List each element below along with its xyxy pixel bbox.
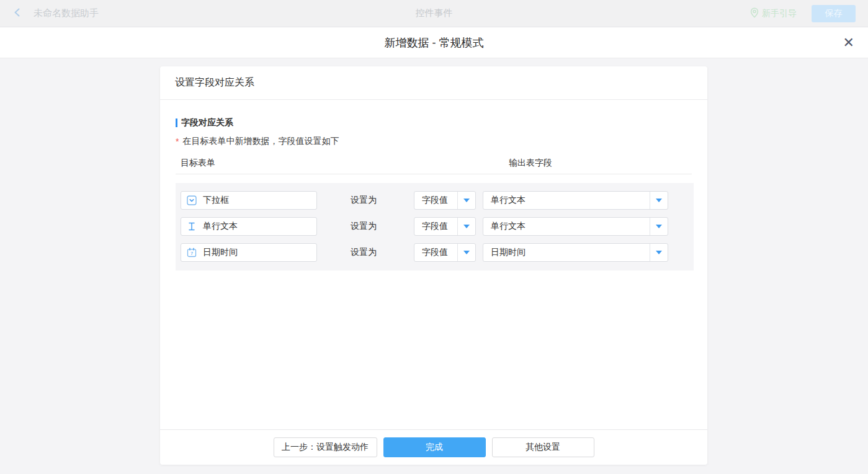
chevron-down-icon bbox=[463, 225, 470, 228]
value-type-select[interactable]: 字段值 bbox=[414, 191, 476, 210]
chevron-down-icon bbox=[463, 199, 470, 202]
mapping-row: 7 日期时间 设置为 字段值 日期时间 bbox=[181, 243, 694, 262]
save-button[interactable]: 保存 bbox=[812, 5, 856, 22]
chevron-down-icon bbox=[656, 251, 662, 254]
modal-header: 新增数据 - 常规模式 ✕ bbox=[0, 27, 868, 58]
column-header-target-form: 目标表单 bbox=[181, 158, 215, 169]
value-type-select[interactable]: 字段值 bbox=[414, 243, 476, 262]
target-field-label: 下拉框 bbox=[203, 195, 229, 206]
output-field-label: 单行文本 bbox=[483, 221, 650, 232]
divider bbox=[176, 174, 692, 174]
caret-zone bbox=[457, 244, 475, 261]
output-field-label: 日期时间 bbox=[483, 247, 650, 258]
column-header-output-field: 输出表字段 bbox=[509, 158, 552, 169]
value-type-label: 字段值 bbox=[414, 221, 457, 232]
column-headers: 目标表单 输出表字段 bbox=[176, 158, 692, 168]
relation-label: 设置为 bbox=[351, 195, 377, 206]
target-field-select[interactable]: 7 日期时间 bbox=[181, 243, 317, 262]
other-settings-button[interactable]: 其他设置 bbox=[492, 437, 594, 457]
output-field-select[interactable]: 单行文本 bbox=[483, 217, 668, 236]
caret-zone bbox=[650, 244, 668, 261]
text-field-icon bbox=[187, 221, 197, 231]
caret-zone bbox=[457, 192, 475, 209]
beginner-guide-label: 新手引导 bbox=[762, 8, 797, 19]
value-type-label: 字段值 bbox=[414, 247, 457, 258]
dropdown-field-icon bbox=[187, 195, 197, 205]
mapping-row: 下拉框 设置为 字段值 单行文本 bbox=[181, 191, 694, 210]
relation-label: 设置为 bbox=[351, 247, 377, 258]
chevron-left-icon bbox=[12, 7, 22, 19]
target-field-label: 日期时间 bbox=[203, 247, 238, 258]
card-header: 设置字段对应关系 bbox=[160, 66, 707, 100]
caret-zone bbox=[650, 192, 668, 209]
settings-card: 设置字段对应关系 字段对应关系 * 在目标表单中新增数据，字段值设置如下 目标表… bbox=[160, 66, 707, 465]
back-button[interactable] bbox=[12, 7, 22, 19]
target-field-select[interactable]: 单行文本 bbox=[181, 217, 317, 236]
card-content: 字段对应关系 * 在目标表单中新增数据，字段值设置如下 目标表单 输出表字段 bbox=[160, 100, 707, 429]
beginner-guide-link[interactable]: 新手引导 bbox=[750, 7, 797, 20]
caret-zone bbox=[457, 218, 475, 235]
mapping-row: 单行文本 设置为 字段值 单行文本 bbox=[181, 217, 694, 236]
chevron-down-icon bbox=[656, 225, 662, 228]
relation-label: 设置为 bbox=[351, 221, 377, 232]
topbar-center-title: 控件事件 bbox=[0, 7, 868, 19]
chevron-down-icon bbox=[463, 251, 470, 254]
mapping-panel: 下拉框 设置为 字段值 单行文本 bbox=[176, 183, 694, 271]
output-field-select[interactable]: 单行文本 bbox=[483, 191, 668, 210]
target-field-label: 单行文本 bbox=[203, 221, 238, 232]
finish-button[interactable]: 完成 bbox=[383, 437, 486, 457]
card-footer: 上一步：设置触发动作 完成 其他设置 bbox=[160, 429, 707, 465]
value-type-select[interactable]: 字段值 bbox=[414, 217, 476, 236]
chevron-down-icon bbox=[656, 199, 662, 202]
modal-title: 新增数据 - 常规模式 bbox=[385, 35, 484, 50]
topbar: 未命名数据助手 控件事件 新手引导 保存 bbox=[0, 0, 868, 27]
section-title-label: 字段对应关系 bbox=[181, 117, 233, 128]
svg-text:7: 7 bbox=[190, 251, 193, 256]
target-field-select[interactable]: 下拉框 bbox=[181, 191, 317, 210]
section-accent-bar bbox=[176, 118, 177, 127]
caret-zone bbox=[650, 218, 668, 235]
close-icon[interactable]: ✕ bbox=[843, 36, 854, 50]
required-asterisk: * bbox=[176, 136, 179, 146]
description-line: * 在目标表单中新增数据，字段值设置如下 bbox=[176, 136, 692, 147]
section-title: 字段对应关系 bbox=[176, 117, 692, 128]
prev-step-button[interactable]: 上一步：设置触发动作 bbox=[274, 437, 377, 457]
output-field-select[interactable]: 日期时间 bbox=[483, 243, 668, 262]
value-type-label: 字段值 bbox=[414, 195, 457, 206]
card-header-title: 设置字段对应关系 bbox=[175, 76, 254, 89]
description-text: 在目标表单中新增数据，字段值设置如下 bbox=[182, 136, 339, 147]
date-field-icon: 7 bbox=[187, 248, 197, 257]
modal-body: 设置字段对应关系 字段对应关系 * 在目标表单中新增数据，字段值设置如下 目标表… bbox=[0, 58, 868, 473]
app-title: 未命名数据助手 bbox=[34, 7, 99, 19]
location-pin-icon bbox=[750, 7, 759, 20]
output-field-label: 单行文本 bbox=[483, 195, 650, 206]
